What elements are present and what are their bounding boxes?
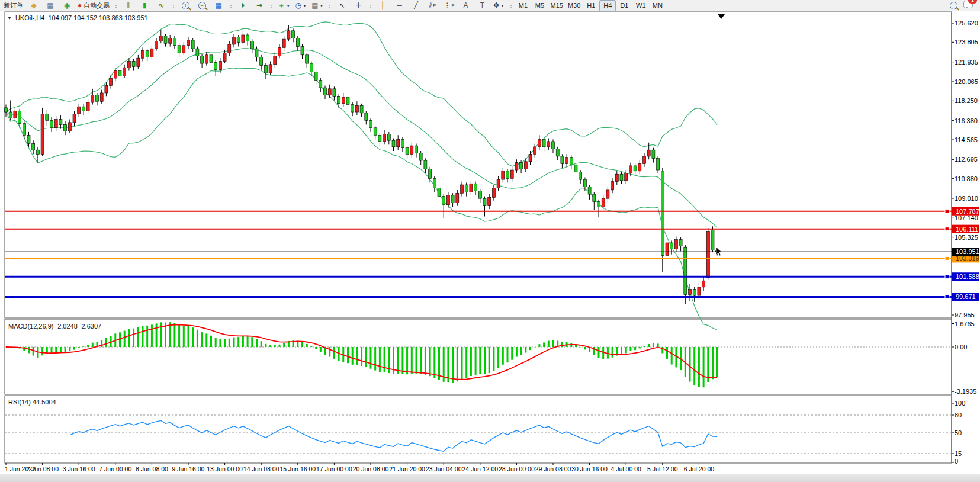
toolbar-grip[interactable] xyxy=(114,2,117,9)
candle-down xyxy=(483,198,486,205)
zoom-out-icon[interactable]: − xyxy=(194,0,210,11)
timeframe-m15-label: M15 xyxy=(550,2,563,9)
resistance-line-1-handle[interactable] xyxy=(945,210,949,213)
candle-up xyxy=(647,150,650,156)
candle-up xyxy=(625,173,628,180)
toolbar-grip[interactable] xyxy=(270,2,273,9)
timeframe-d1[interactable]: D1 xyxy=(616,0,632,11)
candle-down xyxy=(415,146,418,153)
templates-button-glyph: ▤ xyxy=(311,2,318,9)
toolbar-group: ⏵⇥ xyxy=(234,0,268,11)
toolbar-grip[interactable] xyxy=(172,2,175,9)
timeframe-m1[interactable]: M1 xyxy=(515,0,531,11)
candle-down xyxy=(465,185,468,192)
timeframe-h4[interactable]: H4 xyxy=(599,0,616,11)
pivot-line-orange-handle[interactable] xyxy=(945,256,949,260)
candle-down xyxy=(32,144,35,150)
cursor-icon[interactable]: ↖ xyxy=(333,0,350,11)
candle-down xyxy=(406,148,409,155)
auto-scroll-icon[interactable]: ⏵ xyxy=(234,0,251,11)
notification-count-badge: 1 xyxy=(968,0,977,4)
candle-down xyxy=(132,62,135,67)
new-order-button[interactable]: 新订单 xyxy=(1,0,25,11)
support-line-2-badge-label: 99.671 xyxy=(956,293,976,300)
rsi-indicator-label: RSI(14) 44.5004 xyxy=(8,399,56,406)
autotrading-button[interactable]: ●自动交易 xyxy=(75,0,112,11)
timeframe-m5[interactable]: M5 xyxy=(531,0,548,11)
autotrading-button-glyph: ● xyxy=(78,2,82,9)
timeframe-w1[interactable]: W1 xyxy=(632,0,649,11)
time-axis[interactable]: 1 Jun 20222 Jun 08:003 Jun 16:007 Jun 00… xyxy=(5,463,714,473)
toolbar-grip[interactable] xyxy=(328,2,331,9)
support-line-1-handle[interactable] xyxy=(945,275,949,278)
candle-down xyxy=(27,135,30,143)
candle-up xyxy=(446,195,449,205)
candle-down xyxy=(314,72,317,80)
toolbar-group: +−▦ xyxy=(177,0,227,11)
signals-icon[interactable]: ◉ xyxy=(59,0,75,11)
candle-down xyxy=(306,55,309,63)
price-tick-label: 125.620 xyxy=(955,20,978,27)
candle-down xyxy=(301,47,304,55)
time-tick-label: 9 Jun 16:00 xyxy=(172,465,205,473)
candle-up xyxy=(242,35,245,42)
candle-up xyxy=(68,123,71,131)
text-label-icon[interactable]: T xyxy=(474,0,490,11)
toolbar-grip[interactable] xyxy=(229,2,232,9)
timeframe-m15[interactable]: M15 xyxy=(548,0,565,11)
candle-up xyxy=(502,171,505,179)
crosshair-icon[interactable]: ✛ xyxy=(350,0,367,11)
metaquotes-icon[interactable]: ◆ xyxy=(25,0,42,11)
candle-up xyxy=(497,179,500,188)
metaquotes-icon-glyph: ◆ xyxy=(31,2,36,9)
text-icon[interactable]: A xyxy=(457,0,474,11)
candle-up xyxy=(287,31,290,39)
candle-up xyxy=(278,47,281,56)
periods-button[interactable]: ◷▼ xyxy=(293,0,309,11)
tile-windows-icon[interactable]: ▦ xyxy=(210,0,227,11)
candlestick-chart-icon[interactable]: ▮ xyxy=(136,0,153,11)
candle-up xyxy=(629,166,632,173)
candle-down xyxy=(429,169,432,178)
channel-icon[interactable]: ⫽E xyxy=(424,0,441,11)
timeframe-mn[interactable]: MN xyxy=(649,0,666,11)
one-click-trading-toggle[interactable]: ▼ xyxy=(7,15,12,21)
chart-shift-icon[interactable]: ⇥ xyxy=(251,0,268,11)
arrows-icon[interactable]: ✥▼ xyxy=(490,0,507,11)
zoom-in-icon[interactable]: + xyxy=(177,0,194,11)
bar-chart-icon[interactable]: ⫼ xyxy=(120,0,136,11)
templates-button[interactable]: ▤▼ xyxy=(309,0,326,11)
candle-up xyxy=(91,95,94,102)
candle-up xyxy=(538,139,541,146)
timeframe-m30[interactable]: M30 xyxy=(565,0,583,11)
candle-up xyxy=(223,53,226,61)
resistance-line-2-handle[interactable] xyxy=(945,227,949,231)
toolbar-grip[interactable] xyxy=(369,2,372,9)
notifications-icon[interactable]: 1 xyxy=(963,0,973,11)
timeframe-h1[interactable]: H1 xyxy=(583,0,599,11)
candle-down xyxy=(711,230,714,250)
support-line-2-handle[interactable] xyxy=(945,295,949,298)
horizontal-line-icon[interactable]: ─ xyxy=(391,0,407,11)
trendline-icon[interactable]: ╱ xyxy=(407,0,424,11)
line-chart-icon[interactable]: ∿ xyxy=(153,0,169,11)
candle-up xyxy=(461,185,464,193)
candle-down xyxy=(64,124,67,131)
candle-up xyxy=(114,71,117,78)
price-tick-label: 97.955 xyxy=(955,311,975,319)
market-watch-icon[interactable]: ▦ xyxy=(42,0,59,11)
candle-down xyxy=(620,174,623,181)
search-icon[interactable] xyxy=(950,2,957,9)
candle-down xyxy=(652,150,655,158)
candle-down xyxy=(634,166,637,171)
indicators-button[interactable]: ＋▼ xyxy=(275,0,293,11)
candle-down xyxy=(378,135,381,142)
candle-down xyxy=(556,149,559,156)
market-watch-icon-glyph: ▦ xyxy=(47,2,53,9)
fibonacci-icon[interactable]: ⋮F xyxy=(441,0,457,11)
indicators-button-glyph: ＋ xyxy=(278,2,285,9)
vertical-line-icon[interactable]: │ xyxy=(374,0,391,11)
toolbar-grip[interactable] xyxy=(509,2,512,9)
candle-down xyxy=(451,195,454,203)
main-toolbar: 新订单◆▦◉●自动交易⫼▮∿+−▦⏵⇥＋▼◷▼▤▼↖✛│─╱⫽E⋮FAT✥▼M1… xyxy=(0,0,980,11)
